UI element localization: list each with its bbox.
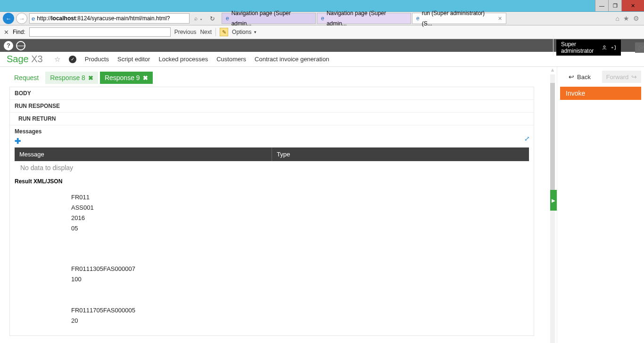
menu-products[interactable]: Products: [85, 56, 109, 63]
address-search-dropdown[interactable]: ⌕ ▾: [191, 15, 206, 22]
find-input[interactable]: [29, 27, 171, 37]
ie-icon: e: [32, 15, 35, 22]
favorites-icon[interactable]: ★: [623, 15, 629, 22]
expand-icon[interactable]: ⤢: [524, 135, 530, 142]
ie-icon: e: [226, 13, 229, 24]
find-bar: ✕ Find: Previous Next ✎ Options: [0, 25, 644, 39]
browser-forward-button[interactable]: →: [16, 13, 27, 24]
content-tabs: Request Response 8 ✖ Response 9 ✖: [9, 72, 548, 84]
tools-icon[interactable]: ⚙: [633, 15, 639, 22]
find-close-icon[interactable]: ✕: [4, 29, 9, 36]
user-box[interactable]: Super administrator: [556, 40, 621, 56]
browser-back-button[interactable]: ←: [3, 13, 14, 24]
menu-script-editor[interactable]: Script editor: [117, 56, 150, 63]
col-type: Type: [272, 147, 529, 161]
menu-customers[interactable]: Customers: [216, 56, 246, 63]
app-menu: Sage X3 ☆ ✓ Products Script editor Locke…: [0, 52, 644, 67]
app-logo: Sage X3: [7, 54, 43, 65]
favorite-star-icon[interactable]: ☆: [54, 55, 60, 64]
app-search[interactable]: ⌕: [635, 42, 644, 53]
tab-label: Navigation page (Super admin...: [327, 8, 407, 29]
globe-icon[interactable]: [16, 41, 25, 50]
result-label: Result XML/JSON: [10, 177, 534, 188]
messages-table-header: Message Type: [15, 147, 529, 161]
tab-close-icon[interactable]: ✖: [88, 74, 93, 82]
invoke-button[interactable]: Invoke: [560, 87, 641, 100]
tab-response-9[interactable]: Response 9 ✖: [100, 72, 153, 84]
tab-label: Response 9: [105, 74, 140, 82]
result-line: FR0111705FAS000005: [71, 305, 534, 316]
section-body: BODY: [10, 87, 534, 100]
result-line: FR0111305FAS000007: [71, 264, 534, 274]
address-bar[interactable]: e http://localhost:8124/syracuse-main/ht…: [29, 13, 190, 24]
tab-label: Response 8: [50, 74, 85, 82]
app-topbar: ? Super administrator ⌕: [0, 39, 644, 52]
menu-locked-processes[interactable]: Locked processes: [158, 56, 208, 63]
tab-response-8[interactable]: Response 8 ✖: [45, 72, 98, 84]
content-pane: Request Response 8 ✖ Response 9 ✖ BODY R…: [0, 67, 548, 343]
section-run-return: RUN RETURN: [10, 113, 534, 125]
browser-tab-active[interactable]: e run (Super administrator) (S... ✕: [412, 13, 506, 24]
help-icon[interactable]: ?: [4, 41, 13, 50]
logout-icon[interactable]: [611, 44, 617, 51]
response-panel: BODY RUN RESPONSE RUN RETURN Messages ✚ …: [9, 87, 534, 336]
ie-icon: e: [321, 13, 324, 24]
tab-close-icon[interactable]: ✖: [143, 74, 148, 82]
browser-tabs: e Navigation page (Super admin... e Navi…: [222, 13, 614, 24]
forward-button: Forward: [602, 71, 641, 83]
action-pane: Back Forward Invoke: [557, 67, 644, 343]
add-icon[interactable]: ✚: [15, 137, 21, 146]
col-message: Message: [15, 147, 272, 161]
splitter: ▲ ▶: [548, 67, 557, 343]
find-label: Find:: [13, 29, 25, 35]
result-body: FR011 ASS001 2016 05 FR0111305FAS000007 …: [10, 188, 534, 335]
svg-point-0: [603, 46, 605, 48]
scroll-up-icon[interactable]: ▲: [550, 67, 555, 73]
section-run-response: RUN RESPONSE: [10, 100, 534, 113]
window-close-button[interactable]: ✕: [621, 0, 644, 11]
messages-block: Messages ✚ ⤢ Message Type No data to dis…: [10, 125, 534, 177]
home-icon[interactable]: ⌂: [616, 15, 619, 22]
tab-label: Navigation page (Super admin...: [231, 8, 312, 29]
find-next-button[interactable]: Next: [200, 29, 212, 35]
url-text: http://localhost:8124/syracuse-main/html…: [37, 15, 170, 22]
check-icon[interactable]: ✓: [69, 56, 76, 63]
browser-tab[interactable]: e Navigation page (Super admin...: [222, 13, 316, 24]
tab-label: run (Super administrator) (S...: [422, 8, 495, 29]
user-name: Super administrator: [561, 41, 598, 54]
app-search-input[interactable]: [638, 44, 644, 51]
result-line: 20: [71, 316, 534, 326]
tab-close-icon[interactable]: ✕: [498, 13, 502, 24]
scrollbar-thumb[interactable]: [550, 83, 555, 191]
window-maximize-button[interactable]: ❐: [608, 0, 621, 11]
result-line: ASS001: [71, 203, 534, 213]
ie-icon: e: [416, 13, 420, 24]
browser-right-icons: ⌂ ★ ⚙: [616, 15, 641, 22]
browser-tab[interactable]: e Navigation page (Super admin...: [317, 13, 411, 24]
result-line: 05: [71, 223, 534, 234]
window-minimize-button[interactable]: —: [595, 0, 608, 11]
scrollbar-track[interactable]: ▶: [550, 74, 555, 343]
tab-request[interactable]: Request: [9, 72, 43, 84]
highlight-icon[interactable]: ✎: [220, 28, 228, 36]
back-button[interactable]: Back: [560, 71, 599, 83]
messages-label: Messages: [15, 128, 529, 135]
result-line: 100: [71, 274, 534, 285]
find-options-dropdown[interactable]: Options: [232, 29, 256, 35]
result-line: 2016: [71, 213, 534, 223]
find-previous-button[interactable]: Previous: [174, 29, 197, 35]
result-line: FR011: [71, 192, 534, 203]
refresh-button[interactable]: ↻: [207, 15, 217, 22]
panel-expand-handle[interactable]: ▶: [550, 190, 557, 211]
window-titlebar: — ❐ ✕: [0, 0, 644, 12]
no-data-text: No data to display: [15, 161, 529, 174]
browser-toolbar: ← → e http://localhost:8124/syracuse-mai…: [0, 12, 644, 25]
menu-contract-invoice[interactable]: Contract invoice generation: [255, 56, 329, 63]
headset-icon: [602, 44, 607, 51]
main-area: Request Response 8 ✖ Response 9 ✖ BODY R…: [0, 67, 644, 343]
